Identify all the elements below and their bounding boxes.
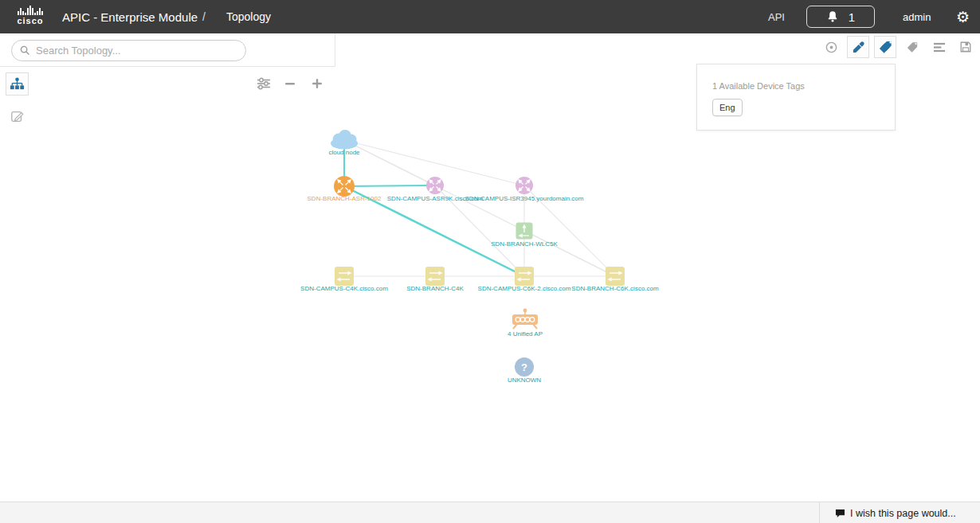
tags-icon bbox=[878, 40, 893, 55]
topology-node-c6k2[interactable]: SDN-CAMPUS-C6K-2.cisco.com bbox=[478, 267, 571, 292]
breadcrumb-separator: / bbox=[202, 0, 206, 33]
sliders-icon bbox=[257, 77, 271, 90]
topology-node-label: UNKNOWN bbox=[508, 377, 541, 384]
tags-panel-title: 1 Available Device Tags bbox=[712, 81, 805, 91]
save-layout-button[interactable] bbox=[955, 37, 976, 57]
footer-bar: I wish this page would... bbox=[0, 502, 980, 523]
cisco-logo[interactable]: cisco bbox=[12, 5, 49, 25]
app-header: cisco APIC - Enterprise Module / Topolog… bbox=[0, 0, 980, 33]
app-title: APIC - Enterprise Module bbox=[62, 0, 198, 33]
search-input[interactable] bbox=[36, 45, 237, 57]
list-view-button[interactable] bbox=[929, 37, 950, 57]
locate-button[interactable] bbox=[821, 37, 841, 57]
topology-node-asr1002[interactable]: SDN-BRANCH-ASR-1002 bbox=[308, 176, 382, 202]
topology-node-label: SDN-BRANCH-C4K bbox=[406, 285, 464, 292]
topology-node-ap[interactable]: 4 Unified AP bbox=[508, 309, 543, 338]
feedback-button[interactable]: I wish this page would... bbox=[835, 502, 956, 523]
topology-node-bc6k[interactable]: SDN-BRANCH-C6K.cisco.com bbox=[571, 267, 659, 292]
feedback-label: I wish this page would... bbox=[850, 508, 956, 519]
topology-node-wlc5k[interactable]: SDN-BRANCH-WLC5K bbox=[491, 223, 558, 248]
device-tags-button[interactable] bbox=[874, 36, 896, 58]
save-icon bbox=[959, 41, 972, 53]
topology-node-label: SDN-BRANCH-C6K.cisco.com bbox=[571, 285, 659, 292]
cisco-logo-text: cisco bbox=[17, 16, 43, 25]
target-icon bbox=[825, 41, 838, 54]
zoom-in-button[interactable] bbox=[307, 73, 327, 94]
topology-edge bbox=[524, 231, 615, 276]
topology-edge bbox=[344, 185, 435, 186]
footer-divider bbox=[819, 502, 820, 523]
tag-button[interactable] bbox=[902, 37, 923, 57]
page-title: Topology bbox=[226, 0, 271, 33]
settings-gear-icon[interactable]: ⚙ bbox=[956, 0, 970, 33]
eyedropper-icon bbox=[852, 41, 865, 54]
minus-icon bbox=[284, 77, 296, 90]
topology-node-label: SDN-CAMPUS-ISR3945.yourdomain.com bbox=[465, 195, 584, 202]
topology-node-isr3945[interactable]: SDN-CAMPUS-ISR3945.yourdomain.com bbox=[465, 177, 584, 202]
topology-node-cloud[interactable]: cloud node bbox=[328, 130, 360, 156]
topology-node-label: SDN-CAMPUS-C6K-2.cisco.com bbox=[478, 285, 571, 292]
notifications-button[interactable]: 1 bbox=[806, 6, 875, 28]
search-box[interactable] bbox=[11, 40, 246, 61]
list-icon bbox=[933, 41, 947, 53]
topology-node-label: SDN-CAMPUS-C4K.cisco.com bbox=[300, 285, 388, 292]
plus-icon bbox=[311, 77, 323, 90]
topology-toolbar bbox=[0, 33, 335, 67]
topology-node-label: 4 Unified AP bbox=[508, 330, 543, 338]
topology-node-c4k[interactable]: SDN-CAMPUS-C4K.cisco.com bbox=[300, 267, 388, 292]
hierarchy-layout-button[interactable] bbox=[6, 72, 29, 96]
api-link[interactable]: API bbox=[768, 0, 785, 33]
topology-node-bc4k[interactable]: SDN-BRANCH-C4K bbox=[406, 267, 464, 292]
topology-node-label: cloud node bbox=[328, 149, 360, 156]
speech-bubble-icon bbox=[835, 509, 845, 518]
cisco-logo-bars-icon bbox=[18, 5, 43, 15]
edit-topology-button[interactable] bbox=[10, 108, 25, 124]
notification-count: 1 bbox=[849, 10, 855, 24]
username[interactable]: admin bbox=[903, 0, 931, 33]
tag-chip-eng[interactable]: Eng bbox=[712, 99, 743, 116]
edit-pencil-icon bbox=[10, 109, 25, 123]
device-tags-panel: 1 Available Device Tags Eng bbox=[696, 64, 896, 131]
hierarchy-icon bbox=[10, 76, 25, 92]
topology-node-label: SDN-BRANCH-WLC5K bbox=[491, 240, 558, 248]
zoom-out-button[interactable] bbox=[280, 73, 300, 94]
tag-icon bbox=[906, 41, 919, 54]
bell-icon bbox=[826, 10, 839, 23]
topology-node-unknown[interactable]: ?UNKNOWN bbox=[508, 357, 541, 384]
search-icon bbox=[20, 45, 30, 56]
filter-options-button[interactable] bbox=[253, 73, 274, 94]
svg-text:?: ? bbox=[521, 361, 527, 373]
eyedropper-button[interactable] bbox=[847, 36, 869, 58]
topology-node-label: SDN-BRANCH-ASR-1002 bbox=[308, 195, 382, 202]
